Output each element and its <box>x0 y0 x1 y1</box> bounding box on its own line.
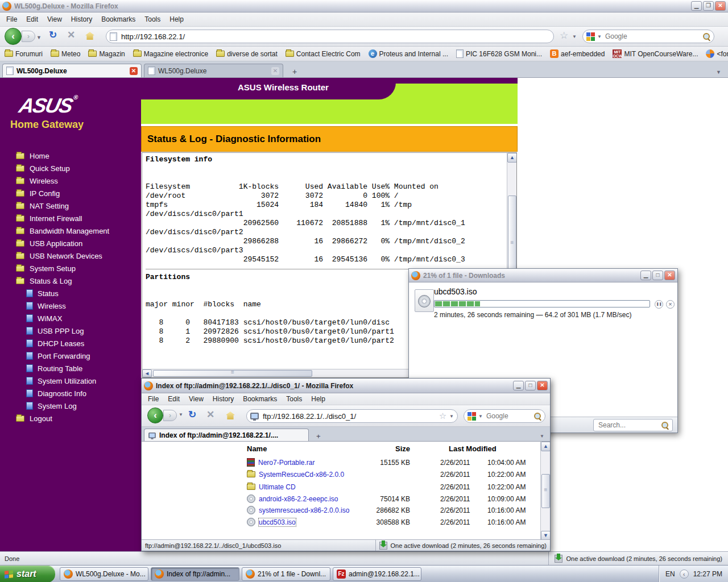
download-item[interactable]: ubcd503.iso ❚❚ × 2 minutes, 26 seconds r… <box>409 282 677 323</box>
sidebar-subitem-port-forwarding[interactable]: Port Forwarding <box>0 350 141 362</box>
taskbar-task-filezilla[interactable]: Fzadmin@192.168.22.1... <box>333 567 421 581</box>
taskbar-task-wl500g[interactable]: WL500g.Deluxe - Mo... <box>60 567 148 581</box>
file-row[interactable]: android-x86-2.2-eeepc.iso 75014 KB2/26/2… <box>142 493 550 505</box>
file-row[interactable]: systemrescuecd-x86-2.0.0.iso 286682 KB2/… <box>142 504 550 516</box>
tab-list-dropdown-icon[interactable]: ▼ <box>712 67 726 77</box>
sidebar-item-internet-firewall[interactable]: Internet Firewall <box>0 212 141 225</box>
search-engine-dropdown-icon[interactable]: ▼ <box>478 414 483 419</box>
tab-ftp-index[interactable]: Index of ftp://admin@192.168.22.1/.... <box>144 429 309 441</box>
menu-tools[interactable]: Tools <box>140 14 164 24</box>
back-button[interactable]: ‹ <box>5 28 22 45</box>
tray-chevron-icon[interactable]: ‹ <box>680 569 689 579</box>
bookmark-item[interactable]: diverse de sortat <box>216 50 278 58</box>
bookmark-star-icon[interactable]: ☆ <box>560 31 568 40</box>
column-header-size[interactable]: Size <box>346 444 410 453</box>
close-button[interactable]: ✕ <box>664 271 675 280</box>
stop-button[interactable]: ✕ <box>206 409 214 421</box>
sidebar-item-status-log[interactable]: Status & Log <box>0 275 141 287</box>
menu-history[interactable]: History <box>209 394 238 404</box>
main-search-box[interactable]: ▼ <box>582 30 714 43</box>
sidebar-subitem-system-utilization[interactable]: System Utilization <box>0 375 141 387</box>
bookmark-item[interactable]: Magazin <box>88 50 125 58</box>
bookmark-item[interactable]: PIC 16F628 GSM Moni... <box>456 49 542 58</box>
new-tab-button[interactable]: + <box>312 431 325 441</box>
scroll-left-arrow[interactable]: ◄ <box>142 369 152 377</box>
reload-button[interactable]: ↻ <box>188 409 196 421</box>
bookmark-item[interactable]: Magazine electronice <box>133 50 208 58</box>
sidebar-item-system-setup[interactable]: System Setup <box>0 262 141 275</box>
language-indicator[interactable]: EN <box>665 570 675 578</box>
cancel-download-button[interactable]: × <box>666 300 675 309</box>
file-link[interactable]: android-x86-2.2-eeepc.iso <box>259 495 338 503</box>
tab-close-icon[interactable]: ✕ <box>130 67 138 75</box>
pause-button[interactable]: ❚❚ <box>655 300 663 309</box>
reload-button[interactable]: ↻ <box>49 30 57 41</box>
sidebar-item-quick-setup[interactable]: Quick Setup <box>0 162 141 174</box>
search-magnifier-icon[interactable] <box>702 32 710 40</box>
sidebar-subitem-dhcp-leases[interactable]: DHCP Leases <box>0 337 141 350</box>
tab-wl500g-active[interactable]: WL500g.Deluxe ✕ <box>2 64 142 77</box>
sidebar-item-bandwidth-management[interactable]: Bandwidth Management <box>0 225 141 237</box>
scroll-up-arrow[interactable]: ▲ <box>541 442 550 451</box>
sidebar-subitem-wireless[interactable]: Wireless <box>0 300 141 312</box>
downloads-search-input[interactable] <box>597 421 659 430</box>
downloads-search-box[interactable] <box>593 419 673 431</box>
column-header-name[interactable]: Name <box>247 444 267 453</box>
menu-edit[interactable]: Edit <box>164 394 184 404</box>
new-tab-button[interactable]: + <box>288 66 301 77</box>
menu-file[interactable]: File <box>144 394 163 404</box>
file-link[interactable]: Ultimate CD <box>259 483 296 491</box>
maximize-button[interactable]: □ <box>652 271 663 280</box>
stop-button[interactable]: ✕ <box>67 30 75 41</box>
menu-help[interactable]: Help <box>307 394 329 404</box>
file-link[interactable]: SystemRescueCd-x86-2.0.0 <box>259 471 344 479</box>
taskbar-task-ftp-index[interactable]: Index of ftp://admin... <box>151 567 239 581</box>
ftp-vertical-scrollbar[interactable]: ▲ ▼ <box>540 442 550 541</box>
url-input[interactable] <box>120 32 550 41</box>
menu-bookmarks[interactable]: Bookmarks <box>97 14 139 24</box>
bookmark-item[interactable]: Meteo <box>51 50 80 58</box>
sidebar-subitem-system-log[interactable]: System Log <box>0 400 141 412</box>
back-button[interactable]: ‹ <box>147 408 163 423</box>
bookmark-item[interactable]: Contact Electric Com <box>286 50 361 58</box>
sidebar-item-wireless[interactable]: Wireless <box>0 174 141 187</box>
file-row[interactable]: Ultimate CD 2/26/201110:22:00 AM <box>142 481 550 493</box>
menu-view[interactable]: View <box>185 394 208 404</box>
star-dropdown-icon[interactable]: ▼ <box>449 414 454 419</box>
main-address-bar[interactable] <box>106 30 554 43</box>
sidebar-subitem-diagnostic-info[interactable]: Diagnostic Info <box>0 387 141 400</box>
search-magnifier-icon[interactable] <box>533 412 541 420</box>
search-input[interactable] <box>485 411 531 421</box>
maximize-button[interactable]: □ <box>525 381 536 390</box>
sidebar-subitem-status[interactable]: Status <box>0 287 141 300</box>
search-input[interactable] <box>604 32 700 41</box>
bookmark-item[interactable]: Forumuri <box>5 50 43 58</box>
scroll-thumb[interactable] <box>153 370 312 377</box>
menu-help[interactable]: Help <box>166 14 188 24</box>
taskbar-task-downloads[interactable]: 21% of 1 file - Downl... <box>242 567 330 581</box>
url-input[interactable] <box>262 411 436 421</box>
file-row[interactable]: Nero7-Portable.rar 15155 KB2/26/201110:0… <box>142 456 550 468</box>
minimize-button[interactable]: ▁ <box>513 381 524 390</box>
nav-dropdown-icon[interactable]: ▼ <box>179 412 183 417</box>
bookmark-item[interactable]: Baef-embedded <box>550 49 605 58</box>
close-button[interactable]: ✕ <box>715 1 726 11</box>
start-button[interactable]: start <box>0 566 55 582</box>
sidebar-item-home[interactable]: Home <box>0 149 141 162</box>
tab-list-dropdown-icon[interactable]: ▼ <box>536 431 548 441</box>
restore-button[interactable]: ❐ <box>703 1 714 11</box>
bookmark-item[interactable]: <font color=red>"Ale... <box>706 49 728 58</box>
sidebar-item-logout[interactable]: Logout <box>0 412 141 425</box>
downloads-titlebar[interactable]: 21% of 1 file - Downloads ▁ □ ✕ <box>409 269 677 282</box>
bookmark-item[interactable]: MITOCWMIT OpenCourseWare... <box>613 49 698 58</box>
ftp-address-bar[interactable]: ☆ ▼ <box>246 409 458 423</box>
home-button[interactable] <box>226 411 235 419</box>
tab-wl500g-inactive[interactable]: WL500g.Deluxe ✕ <box>144 64 283 77</box>
file-row[interactable]: SystemRescueCd-x86-2.0.0 2/26/201110:22:… <box>142 468 550 480</box>
sidebar-item-nat-setting[interactable]: NAT Setting <box>0 199 141 212</box>
home-button[interactable] <box>85 32 94 40</box>
ftp-search-box[interactable]: ▼ <box>464 409 545 423</box>
star-dropdown-icon[interactable]: ▼ <box>572 34 577 39</box>
minimize-button[interactable]: ▁ <box>691 1 702 11</box>
file-link[interactable]: ubcd503.iso <box>259 518 296 526</box>
